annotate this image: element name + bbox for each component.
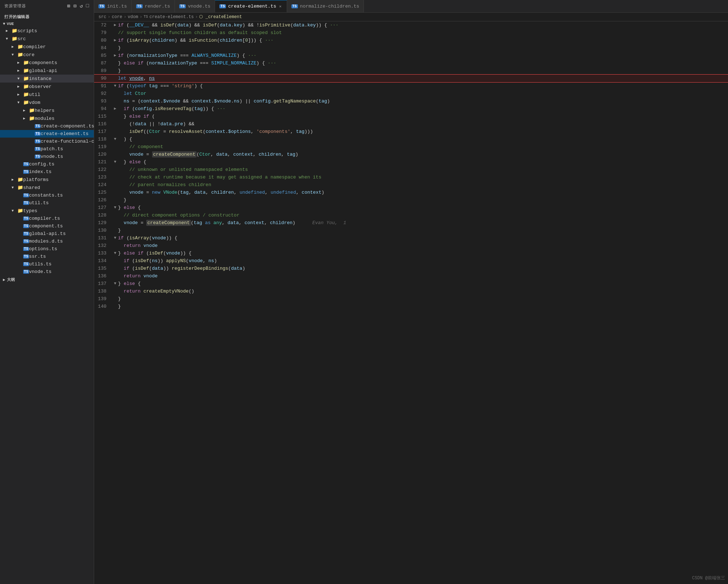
fold-arrow[interactable]: ▼ — [112, 135, 118, 143]
arrow: ▶ — [17, 84, 23, 89]
fold-arrow[interactable]: ▶ — [112, 52, 118, 59]
tree-item-compiler[interactable]: ▶ 📁 compiler — [0, 43, 94, 51]
spacer — [17, 270, 23, 274]
tree-item-create-functional[interactable]: TS create-functional-component.ts — [0, 138, 94, 145]
tab-normalize-children[interactable]: TS normalize-children.ts — [287, 0, 364, 12]
refresh-icon[interactable]: ↺ — [80, 3, 83, 9]
item-label: vnode.ts — [29, 269, 51, 274]
fold-arrow[interactable]: ▼ — [112, 234, 118, 242]
tree-item-utils-ts[interactable]: TS utils.ts — [0, 260, 94, 268]
line-num: 138 — [94, 287, 112, 295]
tree-item-src[interactable]: ▼ 📁 src — [0, 35, 94, 43]
tree-item-index[interactable]: TS index.ts — [0, 168, 94, 176]
tree-item-ssr-ts[interactable]: TS ssr.ts — [0, 253, 94, 260]
fold-arrow[interactable]: ▼ — [112, 249, 118, 257]
tree-item-components[interactable]: ▶ 📁 components — [0, 59, 94, 67]
fold-arrow — [112, 303, 118, 310]
fold-arrow — [112, 173, 118, 181]
tab-render[interactable]: TS render.ts — [132, 0, 175, 12]
folder-icon: 📁 — [17, 44, 23, 50]
ts-icon: TS — [35, 147, 41, 151]
line-num: 135 — [94, 265, 112, 272]
indent — [0, 116, 23, 121]
tree-item-scripts[interactable]: ▶ 📁 scripts — [0, 27, 94, 35]
tree-item-config[interactable]: TS config.ts — [0, 160, 94, 168]
fold-arrow — [112, 151, 118, 158]
vue-label: VUE — [7, 22, 14, 26]
spacer — [17, 217, 23, 220]
tree-item-constants[interactable]: TS constants.ts — [0, 192, 94, 199]
fold-arrow — [112, 67, 118, 75]
tree-item-global-api[interactable]: ▶ 📁 global-api — [0, 67, 94, 75]
tree-item-shared[interactable]: ▼ 📁 shared — [0, 184, 94, 192]
ts-badge: TS — [98, 4, 105, 8]
arrow: ▶ — [23, 116, 29, 121]
indent — [0, 131, 29, 136]
tree-item-util-ts[interactable]: TS util.ts — [0, 199, 94, 207]
open-editors-section[interactable]: 打开的编辑器 — [0, 12, 94, 20]
tree-item-patch[interactable]: TS patch.ts — [0, 145, 94, 153]
tab-init[interactable]: TS init.ts — [94, 0, 132, 12]
tree-item-vnode-vdom[interactable]: TS vnode.ts — [0, 153, 94, 160]
tree-item-modules-d-ts[interactable]: TS modules.d.ts — [0, 238, 94, 245]
line-content: } — [118, 67, 728, 75]
tree-item-core[interactable]: ▼ 📁 core — [0, 51, 94, 59]
tree-item-vdom[interactable]: ▼ 📁 vdom — [0, 98, 94, 106]
breadcrumb-vdom: vdom — [128, 14, 138, 20]
tree-item-modules[interactable]: ▶ 📁 modules — [0, 114, 94, 122]
tree-item-vnode-types-ts[interactable]: TS vnode.ts — [0, 268, 94, 276]
tree-item-util[interactable]: ▶ 📁 util — [0, 91, 94, 98]
fold-arrow[interactable]: ▶ — [112, 105, 118, 113]
tab-create-element[interactable]: TS create-element.ts ✕ — [215, 0, 287, 12]
new-folder-icon[interactable]: ⊟ — [73, 3, 77, 9]
fold-arrow — [112, 90, 118, 97]
collapse-icon[interactable]: □ — [86, 3, 89, 9]
fold-arrow[interactable]: ▶ — [112, 21, 118, 29]
tree-item-types[interactable]: ▼ 📁 types — [0, 207, 94, 215]
ts-icon: TS — [23, 247, 29, 251]
tab-vnode[interactable]: TS vnode.ts — [175, 0, 215, 12]
line-num: 94 — [94, 105, 112, 113]
fold-arrow[interactable]: ▼ — [112, 158, 118, 166]
ts-icon: TS — [23, 162, 29, 166]
tree-item-instance[interactable]: ▼ 📁 instance — [0, 75, 94, 83]
tree-item-options-ts[interactable]: TS options.ts — [0, 245, 94, 253]
tree-item-component-ts[interactable]: TS component.ts — [0, 222, 94, 230]
tree-item-create-component[interactable]: TS create-component.ts — [0, 122, 94, 130]
fold-arrow — [112, 227, 118, 234]
tree-item-create-element[interactable]: TS create-element.ts — [0, 130, 94, 138]
indent — [0, 68, 17, 73]
new-file-icon[interactable]: ⊞ — [67, 3, 70, 9]
ts-badge: TS — [136, 4, 143, 8]
indent — [0, 193, 17, 198]
vue-section[interactable]: ▼ VUE — [0, 20, 94, 27]
line-content: vnode = new VNode(tag, data, children, u… — [118, 189, 728, 196]
code-line-125: 125 vnode = new VNode(tag, data, childre… — [94, 189, 728, 196]
line-content: } — [118, 227, 728, 234]
fold-arrow[interactable]: ▼ — [112, 82, 118, 90]
tab-label: init.ts — [107, 4, 127, 9]
editor[interactable]: 72 ▶ if (__DEV__ && isDef(data) && isDef… — [94, 21, 728, 584]
tree-item-observer[interactable]: ▶ 📁 observer — [0, 83, 94, 91]
tree-item-compiler-ts[interactable]: TS compiler.ts — [0, 215, 94, 222]
line-content: if (__DEV__ && isDef(data) && isDef(data… — [118, 21, 728, 29]
line-num: 137 — [94, 280, 112, 287]
tree-item-global-api-ts[interactable]: TS global-api.ts — [0, 230, 94, 238]
folder-icon: 📁 — [12, 36, 17, 42]
line-num: 126 — [94, 196, 112, 204]
indent — [0, 185, 12, 190]
tree-item-helpers[interactable]: ▶ 📁 helpers — [0, 106, 94, 114]
line-content: // unknown or unlisted namespaced elemen… — [118, 166, 728, 173]
folder-icon: 📁 — [23, 60, 29, 66]
sep: › — [108, 14, 110, 20]
line-num: 140 — [94, 303, 112, 310]
fold-arrow[interactable]: ▼ — [112, 280, 118, 287]
close-icon[interactable]: ✕ — [278, 4, 282, 9]
tree-item-platforms[interactable]: ▶ 📁 platforms — [0, 176, 94, 184]
line-content: vnode = createComponent(Ctor, data, cont… — [118, 151, 728, 158]
item-label: compiler.ts — [29, 216, 60, 221]
line-content: } — [118, 295, 728, 303]
outline-section[interactable]: ▶ 大纲 — [0, 276, 94, 283]
fold-arrow[interactable]: ▼ — [112, 204, 118, 211]
fold-arrow[interactable]: ▶ — [112, 37, 118, 44]
